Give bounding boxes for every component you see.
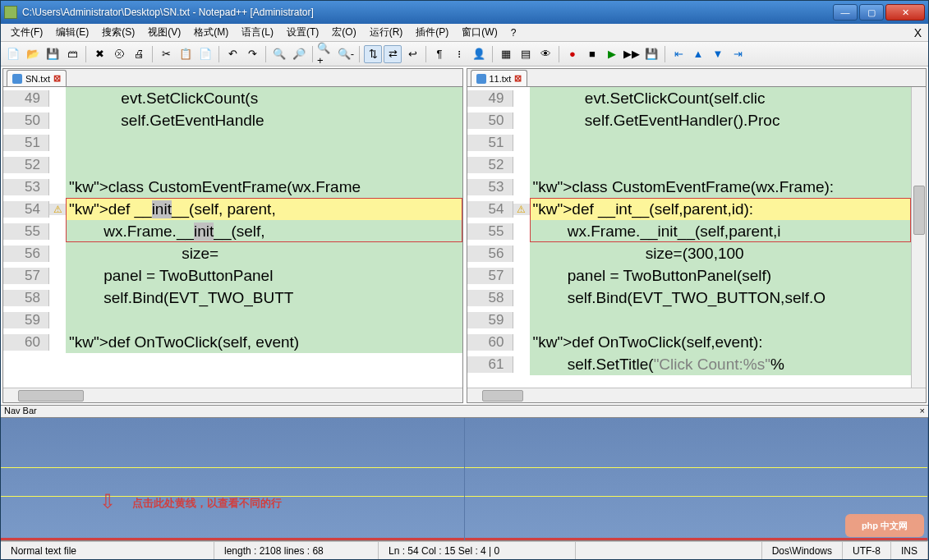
code-text[interactable]: "kw">def __init__(self, parent,	[66, 198, 462, 220]
code-text[interactable]: self.SetTitle("Click Count:%s"%	[530, 353, 927, 375]
code-line[interactable]: 53"kw">class CustomEventFrame(wx.Frame):	[467, 176, 927, 198]
h-scrollbar[interactable]	[3, 388, 462, 402]
menu-file[interactable]: 文件(F)	[4, 24, 49, 41]
code-line[interactable]: 59	[3, 309, 462, 331]
code-text[interactable]: evt.SetClickCount(self.clic	[530, 87, 927, 109]
unfold-icon[interactable]: ▤	[517, 45, 535, 63]
menu-format[interactable]: 格式(M)	[187, 24, 235, 41]
open-file-icon[interactable]: 📂	[24, 45, 42, 63]
nav-diff-line[interactable]	[1, 467, 464, 468]
code-text[interactable]: evt.SetClickCount(s	[66, 87, 462, 109]
code-line[interactable]: 54 "kw">def __int__(self,parent,id):	[467, 198, 927, 220]
menu-search[interactable]: 搜索(S)	[95, 24, 141, 41]
code-line[interactable]: 52	[467, 154, 927, 176]
zoom-out-icon[interactable]: 🔍-	[337, 45, 355, 63]
code-text[interactable]	[530, 154, 927, 176]
scroll-thumb[interactable]	[913, 186, 925, 235]
v-scrollbar[interactable]	[911, 87, 926, 388]
paste-icon[interactable]: 📄	[196, 45, 214, 63]
nav-diff-line[interactable]	[465, 496, 928, 497]
menu-edit[interactable]: 编辑(E)	[49, 24, 95, 41]
status-insert-mode[interactable]: INS	[891, 542, 928, 559]
menu-run[interactable]: 运行(R)	[363, 24, 410, 41]
code-line[interactable]: 51	[467, 131, 927, 154]
save-all-icon[interactable]: 🗃	[63, 45, 81, 63]
nav-diff-marker[interactable]	[465, 538, 928, 540]
sync-h-icon[interactable]: ⇄	[384, 45, 402, 63]
compare-next-icon[interactable]: ▼	[709, 45, 727, 63]
code-line[interactable]: 52	[3, 154, 462, 176]
code-text[interactable]: size=	[66, 242, 462, 264]
code-line[interactable]: 59	[467, 309, 927, 331]
menu-plugins[interactable]: 插件(P)	[409, 24, 455, 41]
fold-icon[interactable]: ▦	[497, 45, 515, 63]
wrap-icon[interactable]: ↩	[403, 45, 421, 63]
title-bar[interactable]: C:\Users\Administrator\Desktop\SN.txt - …	[1, 1, 928, 24]
nav-left[interactable]: ⇩ 点击此处黄线，以查看不同的行	[1, 418, 465, 540]
menu-macro[interactable]: 宏(O)	[325, 24, 362, 41]
save-macro-icon[interactable]: 💾	[642, 45, 660, 63]
code-line[interactable]: 50 self.GetEventHandle	[3, 109, 462, 131]
code-text[interactable]: "kw">def __int__(self,parent,id):	[530, 198, 927, 220]
scroll-thumb[interactable]	[482, 390, 523, 402]
menu-settings[interactable]: 设置(T)	[280, 24, 325, 41]
code-text[interactable]: wx.Frame.__init__(self,parent,i	[530, 220, 927, 242]
code-text[interactable]: panel = TwoButtonPanel(self)	[530, 264, 927, 287]
minimize-button[interactable]: —	[833, 4, 858, 21]
code-line[interactable]: 51	[3, 131, 462, 154]
code-text[interactable]: self.GetEventHandler().Proc	[530, 109, 927, 131]
code-text[interactable]	[66, 131, 462, 154]
record-macro-icon[interactable]: ●	[563, 45, 582, 63]
code-text[interactable]: "kw">class CustomEventFrame(wx.Frame):	[530, 176, 927, 198]
code-line[interactable]: 58 self.Bind(EVT_TWO_BUTTON,self.O	[467, 287, 927, 309]
code-text[interactable]: "kw">def OnTwoClick(self,event):	[530, 331, 927, 353]
play-macro-icon[interactable]: ▶	[603, 45, 621, 63]
left-editor[interactable]: 49 evt.SetClickCount(s50 self.GetEventHa…	[3, 87, 462, 388]
scroll-thumb[interactable]	[18, 390, 84, 402]
menu-view[interactable]: 视图(V)	[141, 24, 187, 41]
tab-close-icon[interactable]: ⊠	[53, 73, 61, 84]
redo-icon[interactable]: ↷	[243, 45, 261, 63]
print-icon[interactable]: 🖨	[130, 45, 148, 63]
code-line[interactable]: 61 self.SetTitle("Click Count:%s"%	[467, 353, 927, 375]
replace-icon[interactable]: 🔎	[290, 45, 308, 63]
show-hidden-icon[interactable]: 👁	[536, 45, 554, 63]
code-text[interactable]	[66, 154, 462, 176]
close-all-icon[interactable]: ⮾	[110, 45, 128, 63]
code-text[interactable]	[530, 131, 927, 154]
undo-icon[interactable]: ↶	[223, 45, 241, 63]
code-line[interactable]: 57 panel = TwoButtonPanel	[3, 264, 462, 287]
code-text[interactable]: size=(300,100	[530, 242, 927, 264]
code-text[interactable]: panel = TwoButtonPanel	[66, 264, 462, 287]
tab-close-icon[interactable]: ⊠	[514, 73, 522, 84]
new-file-icon[interactable]: 📄	[4, 45, 22, 63]
status-eol[interactable]: Dos\Windows	[762, 542, 843, 559]
menu-language[interactable]: 语言(L)	[235, 24, 280, 41]
nav-diff-marker[interactable]	[1, 538, 464, 540]
find-icon[interactable]: 🔍	[270, 45, 288, 63]
compare-last-icon[interactable]: ⇥	[729, 45, 747, 63]
code-text[interactable]	[530, 309, 927, 331]
code-line[interactable]: 57 panel = TwoButtonPanel(self)	[467, 264, 927, 287]
menu-help[interactable]: ?	[504, 25, 523, 40]
code-line[interactable]: 60 "kw">def OnTwoClick(self,event):	[467, 331, 927, 353]
code-text[interactable]: wx.Frame.__init__(self,	[66, 220, 462, 242]
menu-window[interactable]: 窗口(W)	[455, 24, 504, 41]
code-line[interactable]: 56 size=	[3, 242, 462, 264]
save-icon[interactable]: 💾	[44, 45, 62, 63]
code-line[interactable]: 55 wx.Frame.__init__(self,parent,i	[467, 220, 927, 242]
code-line[interactable]: 55 wx.Frame.__init__(self,	[3, 220, 462, 242]
code-text[interactable]	[66, 309, 462, 331]
code-line[interactable]: 49 evt.SetClickCount(s	[3, 87, 462, 109]
stop-macro-icon[interactable]: ■	[583, 45, 601, 63]
nav-bar[interactable]: ⇩ 点击此处黄线，以查看不同的行	[1, 418, 928, 541]
code-line[interactable]: 50 self.GetEventHandler().Proc	[467, 109, 927, 131]
mdi-close-icon[interactable]: X	[914, 26, 922, 39]
cut-icon[interactable]: ✂	[157, 45, 175, 63]
user-lang-icon[interactable]: 👤	[470, 45, 488, 63]
maximize-button[interactable]: ▢	[859, 4, 884, 21]
navbar-close-icon[interactable]: ×	[920, 406, 925, 415]
code-line[interactable]: 49 evt.SetClickCount(self.clic	[467, 87, 927, 109]
zoom-in-icon[interactable]: 🔍+	[317, 45, 335, 63]
nav-diff-line[interactable]	[465, 467, 928, 468]
